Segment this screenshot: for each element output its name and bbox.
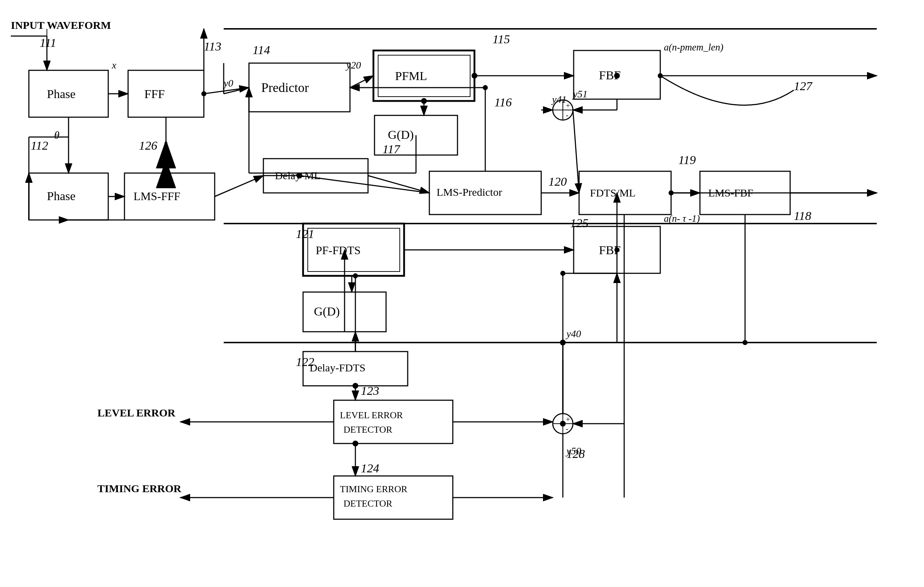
timingerror-line2: DETECTOR bbox=[343, 498, 393, 509]
levelerror-block bbox=[334, 400, 453, 444]
label-118: 118 bbox=[794, 209, 811, 222]
label-112: 112 bbox=[31, 139, 48, 152]
levelerror-line1: LEVEL ERROR bbox=[340, 410, 403, 421]
theta-label: θ bbox=[54, 129, 59, 141]
label-116: 116 bbox=[494, 95, 512, 109]
levelerror-line2: DETECTOR bbox=[343, 424, 393, 435]
input-waveform-label: INPUT WAVEFORM bbox=[11, 19, 111, 31]
dot-bus-fbf2 bbox=[742, 340, 747, 345]
label-124: 124 bbox=[361, 462, 379, 475]
lmsfff-text: LMS-FFF bbox=[134, 190, 180, 203]
y40-label: y40 bbox=[565, 328, 581, 339]
delayml-text: Delay-ML bbox=[275, 169, 321, 181]
timingerror-block bbox=[334, 476, 453, 519]
svg-text:-: - bbox=[566, 110, 568, 119]
dot-fff-out bbox=[201, 91, 206, 96]
lmspredictor-text: LMS-Predictor bbox=[437, 186, 502, 198]
curve-127 bbox=[660, 76, 794, 105]
dot-delay-fed bbox=[353, 383, 358, 389]
label-126: 126 bbox=[139, 139, 157, 152]
pfml-text: PFML bbox=[395, 69, 427, 82]
label-111: 111 bbox=[40, 36, 56, 49]
delayfdts-text: Delay-FDTS bbox=[310, 362, 365, 373]
label-123: 123 bbox=[361, 384, 379, 397]
dot-pffdts-out bbox=[353, 273, 358, 278]
gd2-text: G(D) bbox=[314, 305, 340, 318]
x-label: x bbox=[112, 59, 117, 71]
lmsfff-predictor bbox=[214, 176, 263, 197]
y51-label: y51 bbox=[572, 88, 587, 100]
apmem-label: a(n-pmem_len) bbox=[664, 42, 723, 53]
dot-apmem bbox=[658, 73, 663, 78]
dot-y40-node bbox=[560, 271, 565, 276]
dot-predictor-out bbox=[483, 85, 488, 90]
label-121: 121 bbox=[296, 227, 314, 240]
dot-sum2-in bbox=[560, 421, 566, 427]
y50-label: y50 bbox=[565, 445, 581, 457]
predictor-pfml bbox=[350, 76, 373, 88]
phase2-text: Phase bbox=[47, 189, 76, 203]
dot-timing-fed bbox=[353, 441, 358, 446]
fdtsml-text: FDTS/ML bbox=[590, 187, 636, 199]
delayml-right bbox=[368, 176, 429, 193]
label-114: 114 bbox=[252, 43, 270, 57]
label-113: 113 bbox=[204, 39, 221, 53]
y20-label: y20 bbox=[345, 59, 361, 71]
phase1-text: Phase bbox=[47, 87, 76, 100]
pffdts-text: PF-FDTS bbox=[316, 244, 361, 257]
label-117: 117 bbox=[383, 142, 401, 156]
fff-block bbox=[128, 70, 204, 117]
label-120: 120 bbox=[548, 175, 567, 188]
atau-label: a(n- τ -1) bbox=[664, 213, 700, 224]
level-error-label: LEVEL ERROR bbox=[97, 407, 175, 419]
label-125: 125 bbox=[570, 216, 589, 230]
timingerror-line1: TIMING ERROR bbox=[340, 484, 408, 494]
timing-error-label: TIMING ERROR bbox=[97, 482, 182, 494]
label-122: 122 bbox=[296, 355, 314, 368]
label-115: 115 bbox=[492, 33, 510, 46]
sum-fdtsml bbox=[573, 110, 579, 193]
y41-label: y41 bbox=[551, 94, 566, 105]
label-119: 119 bbox=[678, 153, 696, 166]
dot-fbf2-mid bbox=[614, 247, 619, 252]
dot-pfml-out bbox=[472, 73, 477, 79]
label-127: 127 bbox=[794, 79, 813, 93]
fbf1-text: FBF bbox=[599, 69, 621, 82]
dot-pfml-gd1 bbox=[421, 98, 427, 104]
fff-text: FFF bbox=[144, 87, 165, 100]
svg-text:+: + bbox=[566, 414, 570, 424]
diagram-container: + - + - bbox=[0, 0, 924, 587]
gd1-text: G(D) bbox=[388, 128, 414, 142]
svg-text:-: - bbox=[566, 424, 568, 433]
predictor-text: Predictor bbox=[261, 81, 309, 95]
